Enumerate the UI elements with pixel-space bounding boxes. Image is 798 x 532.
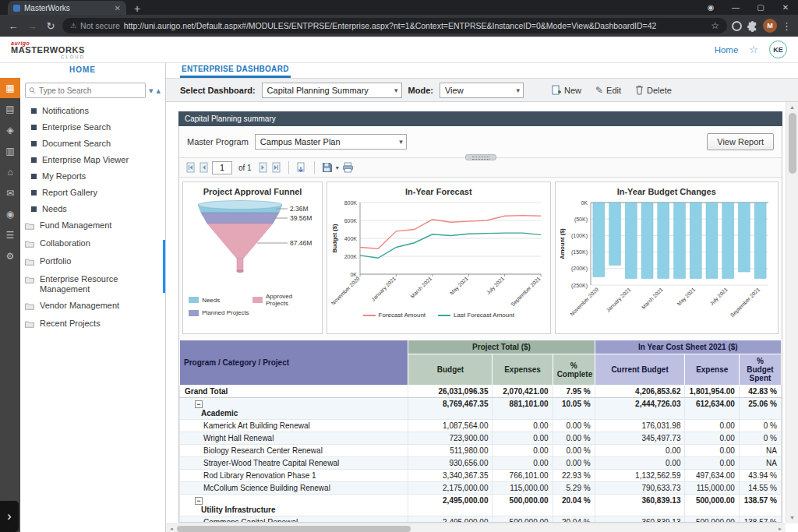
- chevron-down-icon[interactable]: ▾: [149, 86, 154, 96]
- audit-icon[interactable]: ◈: [0, 120, 20, 140]
- chevron-up-icon[interactable]: ▴: [156, 86, 161, 96]
- search-input[interactable]: [39, 86, 142, 95]
- sidebar-item[interactable]: Vendor Management: [20, 298, 165, 315]
- value-cell: 930,656.00: [408, 457, 493, 470]
- sidebar-search[interactable]: [25, 83, 146, 98]
- funnel-chart: 2.36M 39.56M 87.46M: [185, 196, 320, 290]
- sidebar-item[interactable]: Recent Projects: [20, 315, 165, 333]
- master-program-value: Campus Master Plan: [260, 137, 341, 146]
- sidebar-item[interactable]: Collaboration: [20, 235, 165, 253]
- extensions-puzzle-icon[interactable]: [747, 20, 758, 32]
- value-cell: 500,000.00: [685, 495, 739, 516]
- table-row: Kamerick Art Building Renewal1,087,564.0…: [180, 420, 782, 432]
- settings-gear-icon[interactable]: ⚙: [0, 246, 20, 266]
- new-tab-button[interactable]: +: [134, 2, 140, 15]
- vertical-scrollbar[interactable]: ▲ ▼: [786, 102, 798, 523]
- sidebar-item[interactable]: Report Gallery: [20, 185, 165, 201]
- mode-select[interactable]: View ▾: [440, 83, 524, 98]
- value-cell: 26,031,096.35: [408, 386, 493, 398]
- sidebar-item[interactable]: Needs: [20, 201, 165, 217]
- user-avatar[interactable]: KE: [769, 41, 787, 58]
- facilities-icon[interactable]: ⌂: [0, 162, 20, 182]
- browser-profile-avatar[interactable]: M: [763, 19, 777, 33]
- favorites-star-icon[interactable]: ☆: [749, 44, 758, 55]
- value-cell: NA: [739, 445, 781, 457]
- messages-icon[interactable]: ✉: [0, 183, 20, 203]
- edit-button[interactable]: ✎ Edit: [595, 85, 621, 96]
- panel-splitter-handle[interactable]: [465, 154, 496, 160]
- sidebar-expand-button[interactable]: ›: [0, 501, 19, 532]
- group-label[interactable]: Utility Infrastructure: [184, 505, 404, 514]
- dashboard-icon[interactable]: ▦: [0, 78, 20, 98]
- table-row: Wright Hall Renewal723,900.000.000.00 %3…: [180, 432, 782, 445]
- scroll-right-arrow-icon[interactable]: ▸: [775, 526, 786, 532]
- home-link[interactable]: Home: [715, 45, 739, 55]
- tab-close-icon[interactable]: ✕: [115, 4, 121, 12]
- vertical-scroll-thumb[interactable]: [789, 113, 796, 174]
- sidebar-item[interactable]: Document Search: [20, 136, 165, 152]
- scroll-down-arrow-icon[interactable]: ▼: [789, 513, 795, 523]
- search-icon: [29, 86, 36, 94]
- first-page-icon[interactable]: [185, 162, 196, 173]
- maximize-button[interactable]: ▢: [748, 0, 773, 15]
- finance-icon[interactable]: ▤: [0, 99, 20, 119]
- sidebar-item[interactable]: Notifications: [20, 103, 165, 119]
- dashboard-select[interactable]: Capital Planning Summary ▾: [262, 83, 402, 98]
- folder-icon: [25, 276, 34, 286]
- collapse-icon[interactable]: −: [195, 497, 203, 505]
- save-dropdown-caret-icon[interactable]: ▾: [336, 164, 339, 171]
- browser-extension-icon[interactable]: [732, 21, 742, 31]
- sidebar-item[interactable]: My Reports: [20, 168, 165, 185]
- save-floppy-icon[interactable]: [322, 162, 333, 173]
- horizontal-scroll-thumb[interactable]: [177, 526, 411, 532]
- value-cell: 500,000.00: [493, 495, 553, 516]
- value-cell: 1,132,562.59: [595, 470, 685, 482]
- master-program-select[interactable]: Campus Master Plan ▾: [255, 134, 407, 150]
- refresh-button[interactable]: ↻: [44, 20, 58, 32]
- sidebar-item[interactable]: Portfolio: [20, 253, 165, 271]
- print-icon[interactable]: [342, 162, 354, 173]
- export-icon[interactable]: [296, 162, 307, 173]
- folder-icon: [25, 320, 34, 330]
- next-page-icon[interactable]: [258, 162, 268, 173]
- not-secure-warning-icon[interactable]: ⚠: [70, 22, 76, 30]
- sidebar-item-label: Collaboration: [40, 238, 90, 248]
- sidebar-item[interactable]: Enterprise Search: [20, 119, 165, 136]
- last-page-icon[interactable]: [271, 162, 281, 173]
- scroll-left-arrow-icon[interactable]: ◂: [166, 526, 177, 532]
- sidebar-item[interactable]: Fund Management: [20, 217, 165, 235]
- bookmark-star-icon[interactable]: ☆: [711, 20, 719, 31]
- sidebar-item[interactable]: Enterprise Map Viewer: [20, 152, 165, 168]
- svg-text:Budget ($): Budget ($): [331, 224, 338, 253]
- browser-menu-icon[interactable]: ⋮: [782, 20, 792, 32]
- forward-button[interactable]: →: [25, 20, 39, 32]
- delete-button[interactable]: Delete: [635, 85, 672, 95]
- records-icon[interactable]: ◉: [0, 204, 20, 224]
- value-cell: 2,444,726.03: [595, 398, 685, 420]
- sidebar-item[interactable]: Enterprise Resource Management: [20, 271, 165, 298]
- documents-icon[interactable]: ▥: [0, 141, 20, 161]
- svg-text:May 2021: May 2021: [676, 287, 697, 308]
- page-number-input[interactable]: [212, 161, 232, 174]
- address-bar[interactable]: ⚠ Not secure http://uni.aurigo.net/Defau…: [62, 18, 727, 33]
- chevron-down-icon: ▾: [393, 138, 403, 146]
- close-button[interactable]: ✕: [773, 0, 798, 15]
- lists-icon[interactable]: ☰: [0, 225, 20, 245]
- minimize-button[interactable]: —: [723, 0, 748, 15]
- value-cell: 511,980.00: [408, 445, 493, 457]
- new-button[interactable]: New: [552, 85, 581, 95]
- collapse-icon[interactable]: −: [195, 400, 203, 408]
- horizontal-scrollbar[interactable]: ◂ ▸: [166, 523, 786, 532]
- view-report-button[interactable]: View Report: [707, 133, 774, 150]
- previous-page-icon[interactable]: [199, 162, 209, 173]
- row-label-cell: Biology Research Center Renewal: [180, 445, 408, 457]
- value-cell: 5.29 %: [553, 482, 595, 495]
- icon-rail: ▦▤◈▥⌂✉◉☰⚙: [0, 78, 20, 532]
- value-cell: 0.00 %: [553, 432, 595, 445]
- group-label[interactable]: Academic: [184, 408, 404, 417]
- sidebar-scroll-indicator[interactable]: [163, 240, 165, 293]
- scroll-up-arrow-icon[interactable]: ▲: [789, 102, 795, 113]
- browser-tab[interactable]: MasterWorks ✕: [8, 1, 126, 15]
- tab-enterprise-dashboard[interactable]: ENTERPRISE DASHBOARD: [180, 65, 291, 78]
- back-button[interactable]: ←: [6, 20, 20, 32]
